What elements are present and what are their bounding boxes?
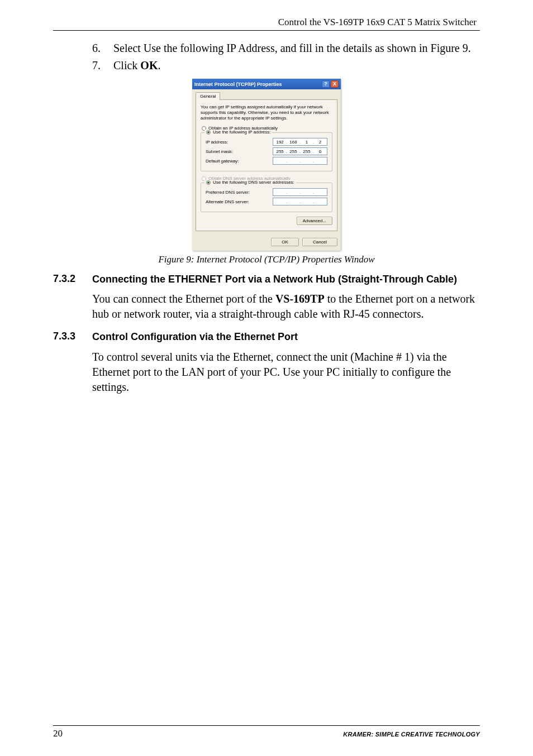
tab-panel: You can get IP settings assigned automat… bbox=[196, 99, 337, 231]
field-ip-address: IP address: 192. 168. 1. 2 bbox=[206, 138, 327, 146]
ip-octet: 255 bbox=[288, 149, 299, 154]
label-ip: IP address: bbox=[206, 140, 273, 145]
alternate-dns-input[interactable]: . . . bbox=[273, 198, 327, 205]
field-alternate-dns: Alternate DNS server: . . . bbox=[206, 198, 327, 205]
figure-caption: Figure 9: Internet Protocol (TCP/IP) Pro… bbox=[53, 254, 480, 265]
list-number: 7. bbox=[92, 58, 113, 73]
radio-label: Use the following IP address: bbox=[213, 130, 270, 135]
dialog-title: Internet Protocol (TCP/IP) Properties bbox=[194, 82, 282, 87]
list-number: 6. bbox=[92, 41, 113, 56]
instruction-list: 6. Select Use the following IP Address, … bbox=[92, 41, 480, 73]
preferred-dns-input[interactable]: . . . bbox=[273, 188, 327, 196]
header-title: Control the VS-169TP 16x9 CAT 5 Matrix S… bbox=[278, 17, 477, 27]
section-732-paragraph: You can connect the Ethernet port of the… bbox=[92, 291, 480, 322]
advanced-row: Advanced... bbox=[201, 217, 332, 225]
text-post: . bbox=[158, 59, 160, 71]
tcpip-dialog: Internet Protocol (TCP/IP) Properties ? … bbox=[192, 79, 341, 251]
page-number: 20 bbox=[53, 728, 63, 739]
section-number: 7.3.3 bbox=[53, 331, 92, 343]
field-preferred-dns: Preferred DNS server: . . . bbox=[206, 188, 327, 196]
ip-octet: 2 bbox=[315, 140, 326, 145]
section-number: 7.3.2 bbox=[53, 273, 92, 286]
ip-octet: 0 bbox=[315, 149, 326, 154]
radio-use-following-ip[interactable]: Use the following IP address: bbox=[204, 130, 272, 135]
label-subnet: Subnet mask: bbox=[206, 149, 273, 154]
ip-octet: 192 bbox=[274, 140, 285, 145]
cancel-button[interactable]: Cancel bbox=[302, 238, 337, 246]
titlebar-buttons: ? X bbox=[322, 80, 339, 88]
page-header: Control the VS-169TP 16x9 CAT 5 Matrix S… bbox=[53, 17, 480, 31]
list-text: Select Use the following IP Address, and… bbox=[113, 41, 480, 56]
radio-use-following-dns[interactable]: Use the following DNS server addresses: bbox=[204, 180, 296, 185]
ip-dot: . bbox=[312, 159, 315, 164]
ip-octet: 255 bbox=[301, 149, 312, 154]
dialog-body: General You can get IP settings assigned… bbox=[192, 89, 341, 235]
tab-general[interactable]: General bbox=[196, 92, 220, 100]
ip-octet: 168 bbox=[288, 140, 299, 145]
label-gateway: Default gateway: bbox=[206, 159, 273, 164]
ok-button[interactable]: OK bbox=[271, 238, 299, 246]
ip-octet: 255 bbox=[274, 149, 285, 154]
text-bold: OK bbox=[140, 59, 158, 71]
list-item-7: 7. Click OK. bbox=[92, 58, 480, 73]
close-icon[interactable]: X bbox=[331, 80, 339, 88]
dialog-titlebar: Internet Protocol (TCP/IP) Properties ? … bbox=[192, 79, 341, 89]
footer-brand: KRAMER: SIMPLE CREATIVE TECHNOLOGY bbox=[343, 731, 480, 738]
radio-icon bbox=[206, 180, 211, 185]
ip-address-input[interactable]: 192. 168. 1. 2 bbox=[273, 138, 327, 146]
field-subnet: Subnet mask: 255. 255. 255. 0 bbox=[206, 147, 327, 155]
ip-dot: . bbox=[299, 159, 301, 164]
section-heading-733: 7.3.3 Control Configuration via the Ethe… bbox=[53, 331, 480, 343]
field-gateway: Default gateway: . . . bbox=[206, 157, 327, 165]
list-text: Click OK. bbox=[113, 58, 480, 73]
subnet-mask-input[interactable]: 255. 255. 255. 0 bbox=[273, 147, 327, 155]
section-733-paragraph: To control several units via the Etherne… bbox=[92, 350, 480, 395]
label-pref-dns: Preferred DNS server: bbox=[206, 190, 273, 195]
dialog-description: You can get IP settings assigned automat… bbox=[201, 104, 332, 121]
section-title: Control Configuration via the Ethernet P… bbox=[92, 331, 480, 343]
ip-dot: . bbox=[312, 190, 315, 195]
section-heading-732: 7.3.2 Connecting the ETHERNET Port via a… bbox=[53, 273, 480, 286]
text-pre: Click bbox=[113, 59, 140, 71]
ip-dot: . bbox=[312, 199, 315, 204]
group-use-ip: Use the following IP address: IP address… bbox=[201, 132, 332, 171]
dialog-footer: OK Cancel bbox=[192, 235, 341, 251]
ip-dot: . bbox=[285, 159, 288, 164]
ip-dot: . bbox=[285, 190, 288, 195]
ip-dot: . bbox=[299, 190, 301, 195]
ip-octet: 1 bbox=[301, 140, 312, 145]
text-pre: You can connect the Ethernet port of the bbox=[92, 293, 275, 305]
figure-area: Internet Protocol (TCP/IP) Properties ? … bbox=[53, 79, 480, 265]
page-footer: 20 KRAMER: SIMPLE CREATIVE TECHNOLOGY bbox=[53, 725, 480, 739]
text-bold: VS-169TP bbox=[275, 293, 325, 305]
radio-label: Use the following DNS server addresses: bbox=[213, 180, 294, 185]
list-item-6: 6. Select Use the following IP Address, … bbox=[92, 41, 480, 56]
gateway-input[interactable]: . . . bbox=[273, 157, 327, 165]
radio-icon bbox=[206, 130, 211, 135]
ip-dot: . bbox=[299, 199, 301, 204]
ip-dot: . bbox=[285, 199, 288, 204]
section-title: Connecting the ETHERNET Port via a Netwo… bbox=[92, 273, 480, 286]
advanced-button[interactable]: Advanced... bbox=[297, 217, 332, 225]
group-use-dns: Use the following DNS server addresses: … bbox=[201, 183, 332, 212]
help-icon[interactable]: ? bbox=[322, 80, 330, 88]
label-alt-dns: Alternate DNS server: bbox=[206, 199, 273, 204]
